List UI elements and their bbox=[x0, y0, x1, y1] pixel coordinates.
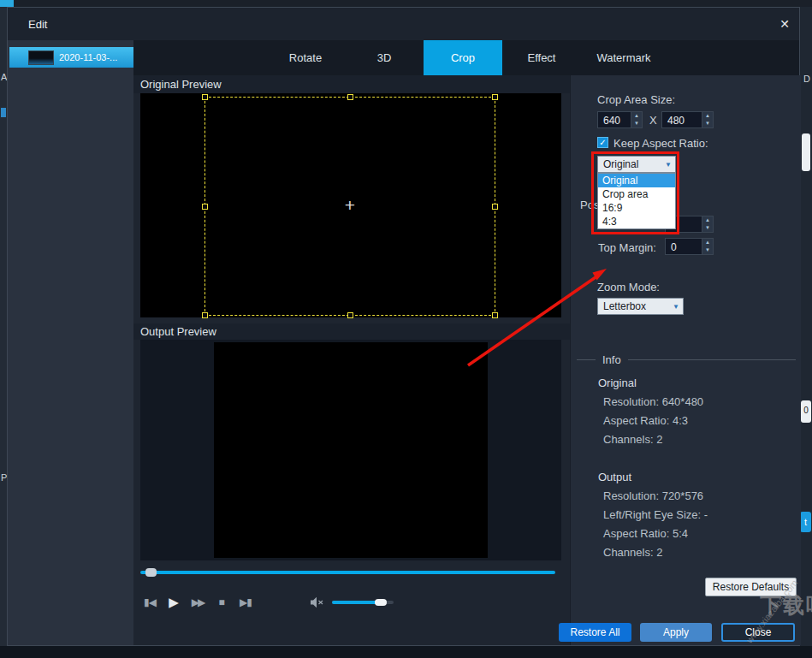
volume-muted-icon[interactable] bbox=[310, 596, 323, 608]
close-icon[interactable]: ✕ bbox=[770, 17, 799, 31]
info-output-title: Output bbox=[598, 471, 631, 483]
spin-down-icon[interactable]: ▼ bbox=[631, 120, 642, 127]
skip-start-icon[interactable]: ▮◀ bbox=[140, 596, 159, 608]
video-thumbnail bbox=[28, 50, 54, 65]
keep-aspect-label: Keep Aspect Ratio: bbox=[613, 137, 708, 150]
spin-down-icon[interactable]: ▼ bbox=[702, 224, 713, 232]
screen: A P D 0 t Edit ✕ 2020-11-03-... bbox=[0, 0, 812, 658]
tab-rotate[interactable]: Rotate bbox=[266, 40, 345, 75]
output-preview-label: Output Preview bbox=[133, 323, 570, 340]
background-app-left-strip: A P bbox=[0, 7, 7, 658]
dialog-title: Edit bbox=[8, 18, 47, 31]
clipped-text-fragment: t bbox=[804, 517, 807, 527]
volume-handle[interactable] bbox=[375, 599, 387, 606]
stop-icon[interactable]: ■ bbox=[212, 596, 231, 608]
info-line: Aspect Ratio: 5:4 bbox=[603, 527, 688, 540]
crop-handle-bottom-left[interactable] bbox=[202, 312, 208, 318]
crop-handle-bottom-right[interactable] bbox=[492, 312, 498, 318]
output-preview-viewport bbox=[140, 340, 561, 560]
transport-controls: ▮◀ ▶ ▶▶ ■ ▶▮ bbox=[133, 590, 570, 615]
chevron-down-icon: ▼ bbox=[669, 303, 683, 311]
zoom-mode-dropdown[interactable]: Letterbox ▼ bbox=[597, 298, 684, 315]
original-preview-viewport: + bbox=[140, 93, 561, 317]
volume-slider[interactable] bbox=[332, 601, 394, 604]
clipped-text-fragment: 0 bbox=[801, 406, 811, 415]
zoom-mode-label: Zoom Mode: bbox=[597, 281, 660, 293]
crop-height-spinbox[interactable]: 480 ▲ ▼ bbox=[661, 111, 714, 128]
edit-dialog: Edit ✕ 2020-11-03-... Rotate 3D Crop Eff… bbox=[7, 7, 800, 646]
restore-all-button[interactable]: Restore All bbox=[559, 623, 631, 642]
close-button[interactable]: Close bbox=[721, 623, 795, 642]
info-original-title: Original bbox=[598, 376, 637, 389]
clipped-text-fragment: D bbox=[803, 74, 810, 84]
keep-aspect-checkbox[interactable]: ✓ bbox=[597, 137, 608, 148]
restore-defaults-button[interactable]: Restore Defaults bbox=[705, 578, 797, 596]
spin-up-icon[interactable]: ▲ bbox=[631, 112, 642, 120]
zoom-mode-value: Letterbox bbox=[598, 300, 669, 312]
info-line: Resolution: 720*576 bbox=[603, 489, 703, 502]
crop-handle-top-right[interactable] bbox=[492, 94, 498, 100]
info-section-header: Info bbox=[577, 353, 796, 366]
info-line: Resolution: 640*480 bbox=[603, 395, 703, 408]
tab-bar: Rotate 3D Crop Effect Watermark bbox=[133, 40, 799, 75]
aspect-ratio-options-list: Original Crop area 16:9 4:3 bbox=[597, 173, 676, 229]
tab-effect[interactable]: Effect bbox=[502, 40, 581, 75]
crop-handle-bottom-mid[interactable] bbox=[347, 312, 353, 318]
spin-up-icon[interactable]: ▲ bbox=[702, 112, 713, 120]
crop-center-crosshair-icon: + bbox=[345, 195, 355, 216]
info-heading: Info bbox=[602, 353, 621, 366]
seek-handle[interactable] bbox=[145, 568, 157, 577]
file-name: 2020-11-03-... bbox=[59, 52, 117, 62]
file-list-item-selected[interactable]: 2020-11-03-... bbox=[9, 47, 133, 68]
crop-handle-top-mid[interactable] bbox=[347, 94, 353, 100]
crop-handle-top-left[interactable] bbox=[202, 94, 208, 100]
crop-width-spinbox[interactable]: 640 ▲ ▼ bbox=[597, 111, 643, 128]
dialog-main-area: Rotate 3D Crop Effect Watermark Original… bbox=[133, 40, 799, 645]
aspect-ratio-dropdown[interactable]: Original ▼ bbox=[597, 156, 676, 173]
spin-down-icon[interactable]: ▼ bbox=[702, 120, 713, 127]
checkmark-icon: ✓ bbox=[599, 138, 606, 147]
clipped-text-fragment: P bbox=[1, 472, 7, 483]
aspect-option-crop-area[interactable]: Crop area bbox=[598, 187, 675, 201]
tab-crop[interactable]: Crop bbox=[424, 40, 502, 75]
aspect-option-4-3[interactable]: 4:3 bbox=[598, 215, 675, 228]
play-icon[interactable]: ▶ bbox=[164, 595, 183, 610]
crop-handle-mid-left[interactable] bbox=[202, 204, 208, 210]
file-list: 2020-11-03-... bbox=[8, 40, 133, 645]
background-app-bottom-strip bbox=[0, 646, 812, 658]
crop-settings-panel: Crop Area Size: 640 ▲ ▼ X 480 ▲ ▼ bbox=[570, 75, 801, 645]
tab-watermark[interactable]: Watermark bbox=[581, 40, 667, 75]
top-margin-spinbox[interactable]: 0 ▲ ▼ bbox=[665, 238, 714, 255]
background-accent-chip bbox=[0, 0, 14, 7]
aspect-ratio-value: Original bbox=[598, 158, 661, 170]
spin-down-icon[interactable]: ▼ bbox=[702, 246, 713, 254]
crop-selection-rect[interactable]: + bbox=[204, 97, 495, 316]
tab-3d[interactable]: 3D bbox=[345, 40, 424, 75]
apply-button[interactable]: Apply bbox=[640, 623, 712, 642]
original-preview-label: Original Preview bbox=[133, 75, 570, 93]
seek-bar[interactable] bbox=[140, 571, 555, 574]
spin-up-icon[interactable]: ▲ bbox=[702, 216, 713, 224]
crop-handle-mid-right[interactable] bbox=[492, 204, 498, 210]
crop-width-value: 640 bbox=[598, 112, 631, 127]
divider bbox=[577, 359, 596, 360]
info-line: Channels: 2 bbox=[603, 433, 662, 446]
fast-forward-icon[interactable]: ▶▶ bbox=[188, 596, 207, 608]
info-line: Channels: 2 bbox=[603, 546, 662, 559]
spin-up-icon[interactable]: ▲ bbox=[702, 239, 713, 246]
clipped-badge-fragment: 0 bbox=[801, 400, 811, 423]
crop-height-value: 480 bbox=[662, 112, 702, 127]
clipped-panel-fragment bbox=[802, 133, 810, 171]
divider bbox=[628, 359, 796, 360]
skip-end-icon[interactable]: ▶▮ bbox=[236, 596, 255, 608]
aspect-option-16-9[interactable]: 16:9 bbox=[598, 201, 675, 215]
aspect-option-original[interactable]: Original bbox=[598, 174, 675, 187]
chevron-down-icon: ▼ bbox=[661, 161, 675, 169]
output-video-frame bbox=[214, 342, 488, 558]
size-separator: X bbox=[649, 114, 657, 127]
volume-fill bbox=[332, 601, 380, 604]
info-line: Left/Right Eye Size: - bbox=[603, 508, 708, 521]
info-line: Aspect Ratio: 4:3 bbox=[603, 414, 688, 427]
background-app-top-strip bbox=[0, 0, 812, 7]
top-margin-label: Top Margin: bbox=[598, 241, 656, 254]
